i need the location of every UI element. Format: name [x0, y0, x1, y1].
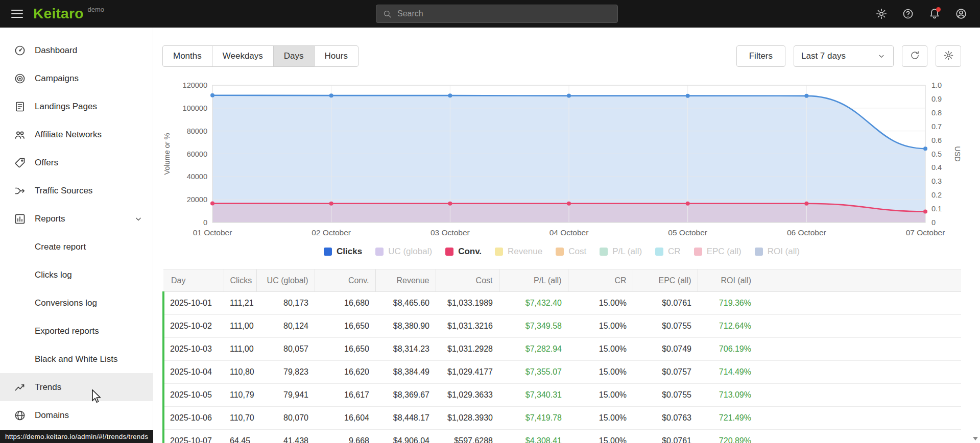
sidebar-item-clicks-log[interactable]: Clicks log [0, 261, 153, 289]
cell-filler [757, 361, 961, 384]
sidebar-item-black-and-white-lists[interactable]: Black and White Lists [0, 345, 153, 373]
sidebar-item-reports[interactable]: Reports [0, 205, 153, 233]
table-row: 2025-10-0764,4541,4389,668$4,906.04$597.… [163, 430, 961, 443]
cell-day: 2025-10-01 [163, 292, 224, 315]
table-row: 2025-10-05110,7979,94116,617$8,369.67$1,… [163, 384, 961, 407]
sidebar-item-label: Create report [35, 242, 86, 252]
table-row: 2025-10-01111,2180,17316,680$8,465.60$1,… [163, 292, 961, 315]
cell-clicks: 110,70 [224, 407, 256, 430]
date-range-select[interactable]: Last 7 days [794, 45, 894, 67]
cell-conv: 9,668 [315, 430, 375, 443]
legend-label: ROI (all) [768, 247, 800, 257]
sidebar-item-conversions-log[interactable]: Conversions log [0, 289, 153, 317]
notifications-button[interactable] [928, 7, 941, 20]
report-settings-button[interactable] [936, 45, 961, 67]
cell-cr: 15.00% [568, 292, 633, 315]
sidebar-item-dashboard[interactable]: Dashboard [0, 36, 153, 64]
cell-filler [757, 292, 961, 315]
notification-dot [936, 7, 941, 12]
menu-icon[interactable] [9, 4, 25, 23]
main-content: MonthsWeekdaysDaysHours Filters Last 7 d… [153, 28, 980, 443]
search-icon [383, 9, 392, 19]
sidebar-item-trends[interactable]: Trends [0, 373, 153, 401]
settings-icon[interactable] [875, 7, 888, 20]
sidebar-item-label: Traffic Sources [35, 186, 92, 196]
dashboard-icon [14, 44, 26, 57]
cell-day: 2025-10-02 [163, 315, 224, 338]
legend-label: CR [668, 247, 681, 257]
cell-epc-all: $0.0761 [633, 292, 698, 315]
cell-cost: $1,031.3216 [436, 315, 499, 338]
sidebar: DashboardCampaignsLandings PagesAffiliat… [0, 28, 153, 443]
tab-days[interactable]: Days [273, 45, 315, 67]
cell-cr: 15.00% [568, 384, 633, 407]
date-range-value: Last 7 days [801, 51, 846, 61]
sidebar-item-traffic-sources[interactable]: Traffic Sources [0, 177, 153, 205]
filters-button[interactable]: Filters [736, 45, 785, 67]
legend-swatch [445, 248, 453, 256]
report-controls: Filters Last 7 days [736, 45, 961, 67]
legend-item-roi-all[interactable]: ROI (all) [755, 247, 800, 257]
sidebar-item-exported-reports[interactable]: Exported reports [0, 317, 153, 345]
cell-uc-global: 80,124 [256, 315, 315, 338]
scrollbar-down-arrow[interactable] [973, 437, 978, 440]
legend-swatch [655, 248, 663, 256]
cell-roi-all: 706.19% [698, 338, 757, 361]
svg-text:0.6: 0.6 [931, 136, 942, 144]
svg-text:0: 0 [931, 218, 936, 227]
cell-revenue: $8,448.17 [375, 407, 436, 430]
tab-hours[interactable]: Hours [314, 45, 358, 67]
cell-cost: $1,031.2928 [436, 338, 499, 361]
column-header-day: Day [163, 269, 224, 292]
campaigns-icon [14, 72, 26, 85]
search-box[interactable] [376, 5, 618, 23]
legend-item-revenue[interactable]: Revenue [495, 247, 542, 257]
legend-item-cost[interactable]: Cost [556, 247, 586, 257]
cell-cr: 15.00% [568, 430, 633, 443]
column-header-revenue: Revenue [375, 269, 436, 292]
tab-months[interactable]: Months [162, 45, 212, 67]
legend-item-p-l-all[interactable]: P/L (all) [600, 247, 642, 257]
status-url-tooltip: https://demo.keitaro.io/admin/#!/trends/… [0, 430, 153, 443]
topbar-actions [875, 0, 968, 28]
cell-epc-all: $0.0757 [633, 361, 698, 384]
sidebar-item-affiliate-networks[interactable]: Affiliate Networks [0, 120, 153, 149]
legend-item-conv[interactable]: Conv. [445, 247, 482, 257]
legend-swatch [324, 248, 332, 256]
cell-p-l-all: $7,349.58 [499, 315, 568, 338]
column-header-p-l-all: P/L (all) [499, 269, 568, 292]
legend-item-clicks[interactable]: Clicks [324, 247, 362, 257]
cell-clicks: 110,80 [224, 361, 256, 384]
tab-weekdays[interactable]: Weekdays [212, 45, 274, 67]
column-header-roi-all: ROI (all) [698, 269, 757, 292]
cell-cr: 15.00% [568, 361, 633, 384]
cell-filler [757, 315, 961, 338]
cell-cost: $1,029.4177 [436, 361, 499, 384]
account-icon[interactable] [954, 7, 968, 20]
svg-text:03 October: 03 October [431, 228, 470, 237]
legend-item-epc-all[interactable]: EPC (all) [694, 247, 742, 257]
sidebar-item-offers[interactable]: Offers [0, 149, 153, 177]
sidebar-item-label: Offers [35, 158, 58, 168]
cell-conv: 16,680 [315, 292, 375, 315]
landings-icon [14, 101, 26, 113]
refresh-button[interactable] [902, 45, 927, 67]
svg-text:02 October: 02 October [312, 228, 351, 237]
sidebar-item-domains[interactable]: Domains [0, 401, 153, 429]
table-row: 2025-10-02111,0080,12416,650$8,380.90$1,… [163, 315, 961, 338]
cell-revenue: $8,384.49 [375, 361, 436, 384]
sidebar-item-label: Campaigns [35, 73, 79, 84]
svg-text:0.2: 0.2 [931, 191, 942, 199]
legend-item-uc-global[interactable]: UC (global) [375, 247, 432, 257]
search-input[interactable] [397, 9, 611, 18]
sidebar-item-create-report[interactable]: Create report [0, 233, 153, 261]
help-icon[interactable] [901, 7, 915, 20]
sidebar-item-landings-pages[interactable]: Landings Pages [0, 92, 153, 120]
table-row: 2025-10-04110,8079,82316,620$8,384.49$1,… [163, 361, 961, 384]
legend-item-cr[interactable]: CR [655, 247, 681, 257]
app-logo[interactable]: Keitaro [33, 6, 84, 22]
cell-cr: 15.00% [568, 338, 633, 361]
sidebar-item-campaigns[interactable]: Campaigns [0, 64, 153, 92]
legend-label: P/L (all) [612, 247, 642, 257]
cell-revenue: $8,380.90 [375, 315, 436, 338]
